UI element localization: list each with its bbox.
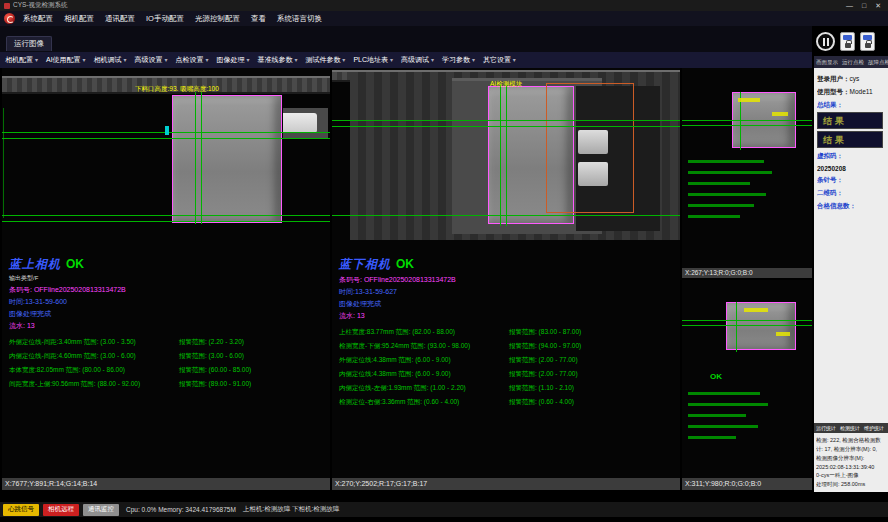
camera-thumb-bottom[interactable]: OK X:311;Y:980;R:0;G:0;B:0 xyxy=(682,280,812,490)
camera-view-bottom[interactable]: AI检测模块 蓝下相机OK 条码号: OFFline20250208133134… xyxy=(332,68,680,490)
measurement-warn-range: 报警范围: (94.00 - 97.00) xyxy=(509,342,581,351)
time-text: 时间:13-31-59-627 xyxy=(339,287,679,297)
pause-button[interactable] xyxy=(816,32,835,51)
sidebar-mini-tab[interactable]: 运行点检 xyxy=(842,59,864,66)
sidebar-mini-tab[interactable]: 画面显示 xyxy=(816,59,838,66)
time-text: 时间:13-31-59-600 xyxy=(9,297,329,307)
window-title: CYS-视觉检测系统 xyxy=(13,1,846,10)
measurement-row: 内侧定位线:4.38mm 范围: (6.00 - 9.00)报警范围: (2.0… xyxy=(339,370,679,379)
left-camera-overlay: 蓝上相机OK 输出类型/F 条码号: OFFline20250208133134… xyxy=(9,254,329,389)
info-sidebar: 登录用户：cys 使用型号：Mode11 总结果： 结果结果 虚拟码： 2025… xyxy=(814,68,888,492)
toolbar-item[interactable]: PLC地址表 ▾ xyxy=(353,55,393,65)
camera-thumb-top[interactable]: X:267;Y:13;R:0;G:0;B:0 xyxy=(682,68,812,278)
measurement-value: 间距宽度-上侧:90.56mm 范围: (88.00 - 92.00) xyxy=(9,380,179,389)
qr-label: 二维码： xyxy=(817,189,843,196)
close-button[interactable]: ✕ xyxy=(875,2,881,10)
toolbar-item[interactable]: 图像处理 ▾ xyxy=(216,55,249,65)
measurement-row: 外侧定位线:4.38mm 范围: (6.00 - 9.00)报警范围: (2.0… xyxy=(339,356,679,365)
toolbar: 相机配置 ▾AI使用配置 ▾相机调试 ▾高级设置 ▾点检设置 ▾图像处理 ▾基准… xyxy=(0,52,812,68)
chevron-down-icon: ▾ xyxy=(294,57,297,63)
toolbar-item[interactable]: 测试件参数 ▾ xyxy=(305,55,345,65)
toolbar-item[interactable]: 其它设置 ▾ xyxy=(483,55,516,65)
menu-item[interactable]: 光源控制配置 xyxy=(195,14,240,24)
result-ok: OK xyxy=(710,372,722,381)
toolbar-item[interactable]: 高级设置 ▾ xyxy=(135,55,168,65)
menu-item[interactable]: 系统配置 xyxy=(23,14,53,24)
measurement-warn-range: 报警范围: (89.00 - 91.00) xyxy=(179,380,251,389)
menu-item[interactable]: 相机配置 xyxy=(64,14,94,24)
sidebar-mini-tabs: 画面显示运行点检故障点检 xyxy=(814,56,888,68)
stats-line: 0-cys一科上-图像 xyxy=(816,472,886,479)
title-bar: CYS-视觉检测系统 — □ ✕ xyxy=(0,0,888,11)
keyboard-lock-button[interactable] xyxy=(840,32,855,51)
total-result-label: 总结果： xyxy=(817,101,843,108)
stats-header-item[interactable]: 检测统计 xyxy=(840,425,860,431)
pixel-readout: X:270;Y:2502;R:17;G:17;B:17 xyxy=(332,478,680,490)
camera-name: 蓝下相机 xyxy=(339,257,391,271)
model-label: 使用型号： xyxy=(817,88,850,95)
measurement-value: 内侧定位线-左侧:1.93mm 范围: (1.00 - 2.20) xyxy=(339,384,509,393)
toolbar-item[interactable]: 学习参数 ▾ xyxy=(442,55,475,65)
header-right-panel: 画面显示运行点检故障点检 xyxy=(812,26,888,68)
cpu-memory-text: Cpu: 0.0% Memory: 3424.41796875M xyxy=(126,506,236,513)
measurement-value: 本体宽度:82.05mm 范围: (80.00 - 86.00) xyxy=(9,366,179,375)
stats-header-item[interactable]: 运行统计 xyxy=(816,425,836,431)
ai-annotation: AI检测模块 xyxy=(490,80,522,89)
measurement-list: 外侧定位线-间距:3.40mm 范围: (3.00 - 3.50)报警范围: (… xyxy=(9,338,329,389)
measurement-row: 上柱宽度:83.77mm 范围: (82.00 - 88.00)报警范围: (8… xyxy=(339,328,679,337)
measurement-warn-range: 报警范围: (2.20 - 3.20) xyxy=(179,338,244,347)
tab-strip: 运行图像 xyxy=(0,26,812,52)
header-buttons xyxy=(812,26,888,51)
measurement-warn-range: 报警范围: (1.10 - 2.10) xyxy=(509,384,574,393)
measurement-warn-range: 报警范围: (2.00 - 77.00) xyxy=(509,370,578,379)
toolbar-item[interactable]: 相机调试 ▾ xyxy=(94,55,127,65)
toolbar-item-label: 其它设置 xyxy=(483,56,511,63)
lock-icon xyxy=(865,43,871,48)
toolbar-item[interactable]: 相机配置 ▾ xyxy=(5,55,38,65)
measurement-warn-range: 报警范围: (83.00 - 87.00) xyxy=(509,328,581,337)
toolbar-item[interactable]: 点检设置 ▾ xyxy=(176,55,209,65)
toolbar-item-label: 相机调试 xyxy=(94,56,122,63)
barcode-text: 条码号: OFFline2025020813313472B xyxy=(9,285,329,295)
process-status-text: 图像处理完成 xyxy=(9,309,329,319)
measurement-warn-range: 报警范围: (60.00 - 85.00) xyxy=(179,366,251,375)
minimize-button[interactable]: — xyxy=(846,2,853,10)
chevron-down-icon: ▾ xyxy=(246,57,249,63)
toolbar-item-label: PLC地址表 xyxy=(353,56,388,63)
toolbar-item[interactable]: AI使用配置 ▾ xyxy=(46,55,86,65)
menu-item[interactable]: 系统语言切换 xyxy=(277,14,322,24)
chevron-down-icon: ▾ xyxy=(164,57,167,63)
menu-item[interactable]: IO手动配置 xyxy=(146,14,184,24)
pixel-readout: X:7677;Y:891;R:14;G:14;B:14 xyxy=(2,478,330,490)
login-user-label: 登录用户： xyxy=(817,75,850,82)
count-label: 合格信息数： xyxy=(817,202,856,209)
toolbar-item[interactable]: 高级调试 ▾ xyxy=(401,55,434,65)
tab-run-image[interactable]: 运行图像 xyxy=(6,36,52,51)
measurement-row: 检测宽度-下侧:95.24mm 范围: (93.00 - 98.00)报警范围:… xyxy=(339,342,679,351)
status-badge: 通讯监控 xyxy=(83,504,119,516)
stats-header-item[interactable]: 维护统计 xyxy=(864,425,884,431)
stats-line: 2025:02:08-13:31:39:40 xyxy=(816,464,886,470)
toolbar-item[interactable]: 基准线参数 ▾ xyxy=(257,55,297,65)
app-logo-icon xyxy=(4,13,15,24)
process-status-text: 图像处理完成 xyxy=(339,299,679,309)
measurement-value: 内侧定位线-间距:4.60mm 范围: (3.00 - 6.00) xyxy=(9,352,179,361)
menu-item[interactable]: 查看 xyxy=(251,14,266,24)
window-controls: — □ ✕ xyxy=(846,2,884,10)
height-annotation: 下料口高度:93. 吸嘴高度:100 xyxy=(135,85,219,94)
measurement-row: 间距宽度-上侧:90.56mm 范围: (88.00 - 92.00)报警范围:… xyxy=(9,380,329,389)
measurement-row: 内侧定位线-间距:4.60mm 范围: (3.00 - 6.00)报警范围: (… xyxy=(9,352,329,361)
screen-lock-button[interactable] xyxy=(860,32,875,51)
toolbar-item-label: 学习参数 xyxy=(442,56,470,63)
chevron-down-icon: ▾ xyxy=(513,57,516,63)
serial-text: 流水: 13 xyxy=(9,321,329,331)
camera-view-top[interactable]: 下料口高度:93. 吸嘴高度:100 蓝上相机OK 输出类型/F 条码号: OF… xyxy=(2,68,330,490)
chevron-down-icon: ▾ xyxy=(35,57,38,63)
toolbar-item-label: 高级调试 xyxy=(401,56,429,63)
maximize-button[interactable]: □ xyxy=(862,2,866,10)
menu-item[interactable]: 通讯配置 xyxy=(105,14,135,24)
sidebar-mini-tab[interactable]: 故障点检 xyxy=(868,59,888,66)
virtual-code-label: 虚拟码： xyxy=(817,152,843,159)
inspected-part xyxy=(172,95,282,223)
chevron-down-icon: ▾ xyxy=(390,57,393,63)
